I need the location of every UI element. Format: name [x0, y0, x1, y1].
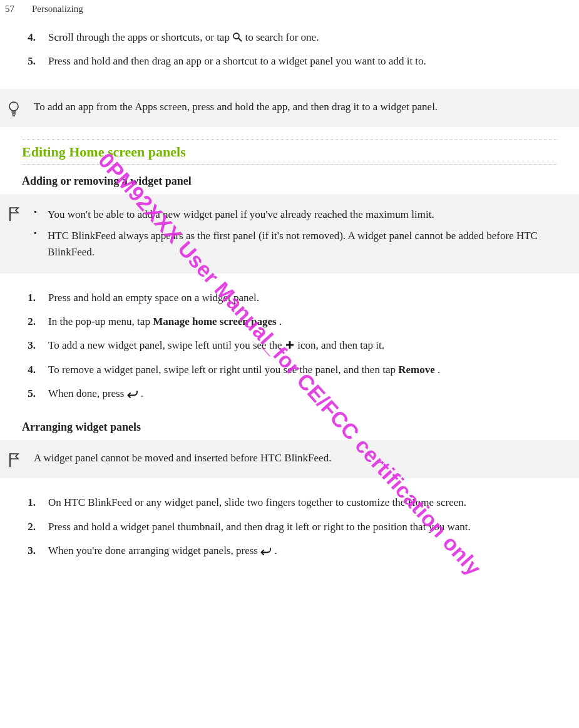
list-number: 4. — [22, 362, 36, 378]
list-item: You won't be able to add a new widget pa… — [34, 204, 566, 225]
list-item: 1. Press and hold an empty space on a wi… — [22, 286, 557, 310]
list-number: 5. — [22, 386, 36, 402]
flag-icon — [5, 204, 23, 222]
note-callout: A widget panel cannot be moved and inser… — [0, 440, 579, 478]
content-area: 1. Press and hold an empty space on a wi… — [0, 286, 579, 434]
list-text: Scroll through the apps or shortcuts, or… — [48, 29, 557, 46]
list-item: 2. Press and hold a widget panel thumbna… — [22, 515, 557, 539]
text-fragment: To remove a widget panel, swipe left or … — [48, 364, 398, 376]
sub-heading: Adding or removing a widget panel — [22, 175, 557, 188]
text-fragment: When you're done arranging widget panels… — [48, 545, 260, 556]
list-item: 5. When done, press . — [22, 382, 557, 406]
text-fragment: To add a new widget panel, swipe left un… — [48, 339, 285, 351]
ordered-list-continued: 4. Scroll through the apps or shortcuts,… — [22, 26, 557, 74]
list-item: 4. Scroll through the apps or shortcuts,… — [22, 26, 557, 49]
bullet-list: You won't be able to add a new widget pa… — [34, 204, 566, 264]
note-body: You won't be able to add a new widget pa… — [34, 204, 566, 264]
list-item: 3. When you're done arranging widget pan… — [22, 539, 557, 563]
list-item: 5. Press and hold and then drag an app o… — [22, 49, 557, 73]
content-area: 1. On HTC BlinkFeed or any widget panel,… — [0, 491, 579, 563]
content-area: Editing Home screen panels Adding or rem… — [0, 140, 579, 188]
text-fragment: When done, press — [48, 387, 127, 399]
list-number: 1. — [22, 290, 36, 306]
list-number: 3. — [22, 543, 36, 559]
ordered-list: 1. On HTC BlinkFeed or any widget panel,… — [22, 491, 557, 563]
back-icon — [127, 389, 138, 398]
back-icon — [260, 546, 272, 555]
list-number: 4. — [22, 29, 36, 46]
page-header: 57 Personalizing — [0, 0, 579, 26]
list-text: Press and hold an empty space on a widge… — [48, 290, 557, 306]
sub-heading: Arranging widget panels — [22, 421, 557, 434]
note-text: A widget panel cannot be moved and inser… — [34, 450, 566, 466]
bold-text: Manage home screen pages — [153, 315, 277, 327]
list-text: Press and hold a widget panel thumbnail,… — [48, 519, 557, 535]
list-item: 3. To add a new widget panel, swipe left… — [22, 334, 557, 357]
bold-text: Remove — [398, 364, 435, 376]
list-number: 2. — [22, 314, 36, 330]
list-text: When done, press . — [48, 386, 557, 402]
list-number: 2. — [22, 519, 36, 535]
list-text: When you're done arranging widget panels… — [48, 543, 557, 559]
svg-point-2 — [9, 102, 18, 111]
content-area: 4. Scroll through the apps or shortcuts,… — [0, 26, 579, 74]
text-fragment: In the pop-up menu, tap — [48, 315, 153, 327]
search-icon — [232, 32, 242, 42]
tip-text: To add an app from the Apps screen, pres… — [34, 99, 566, 115]
page-number: 57 — [5, 4, 14, 14]
page: 57 Personalizing 4. Scroll through the a… — [0, 0, 579, 728]
bullet-text: HTC BlinkFeed always appears as the firs… — [48, 230, 538, 258]
text-fragment: to search for one. — [245, 31, 319, 43]
text-fragment: . — [141, 387, 143, 399]
ordered-list: 1. Press and hold an empty space on a wi… — [22, 286, 557, 406]
list-item: 1. On HTC BlinkFeed or any widget panel,… — [22, 491, 557, 515]
list-number: 3. — [22, 337, 36, 354]
chapter-title: Personalizing — [32, 4, 83, 14]
list-text: On HTC BlinkFeed or any widget panel, sl… — [48, 495, 557, 511]
note-callout: You won't be able to add a new widget pa… — [0, 194, 579, 274]
list-text: To remove a widget panel, swipe left or … — [48, 362, 557, 378]
tip-callout: To add an app from the Apps screen, pres… — [0, 89, 579, 127]
svg-line-1 — [238, 38, 241, 41]
list-item: HTC BlinkFeed always appears as the firs… — [34, 225, 566, 264]
section-heading: Editing Home screen panels — [22, 140, 557, 165]
flag-icon — [5, 450, 23, 468]
list-number: 1. — [22, 495, 36, 511]
text-fragment: icon, and then tap it. — [297, 339, 384, 351]
list-item: 2. In the pop-up menu, tap Manage home s… — [22, 310, 557, 334]
bullet-text: You won't be able to add a new widget pa… — [48, 208, 434, 220]
plus-icon — [285, 340, 295, 350]
list-number: 5. — [22, 53, 36, 69]
list-item: 4. To remove a widget panel, swipe left … — [22, 358, 557, 382]
text-fragment: . — [274, 545, 277, 556]
text-fragment: . — [438, 364, 440, 376]
list-text: In the pop-up menu, tap Manage home scre… — [48, 314, 557, 330]
text-fragment: . — [279, 315, 282, 327]
list-text: Press and hold and then drag an app or a… — [48, 53, 557, 69]
text-fragment: Scroll through the apps or shortcuts, or… — [48, 31, 232, 43]
lightbulb-icon — [5, 99, 23, 117]
list-text: To add a new widget panel, swipe left un… — [48, 337, 557, 354]
